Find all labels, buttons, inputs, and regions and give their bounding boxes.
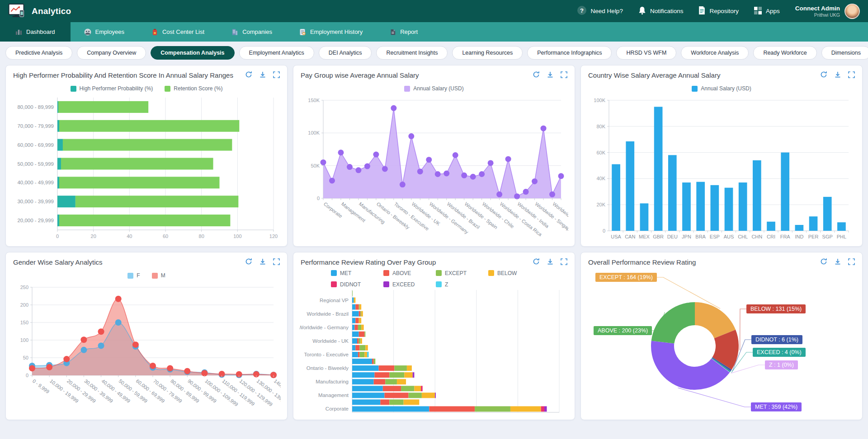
legend-item[interactable]: Annual Salary (USD) — [404, 85, 463, 92]
svg-text:40,000 - 49,999: 40,000 - 49,999 — [17, 180, 54, 185]
pill-learning-resources[interactable]: Learning Resources — [452, 46, 523, 60]
legend-chip — [404, 86, 410, 92]
legend-item[interactable]: BELOW — [488, 270, 537, 276]
legend-item[interactable]: ABOVE — [383, 270, 432, 276]
app-logo-icon — [8, 4, 26, 19]
refresh-button[interactable] — [245, 71, 252, 79]
svg-text:100: 100 — [233, 234, 241, 239]
svg-text:Management: Management — [318, 392, 349, 398]
legend-label: EXCEED — [392, 281, 415, 288]
apps-button[interactable]: Apps — [754, 7, 780, 16]
nav-tab-employees[interactable]: Employees — [71, 22, 138, 42]
card-title: Performance Review Rating Over Pay Group — [301, 258, 436, 266]
card-high-performer-retention: High Performer Probability And Retention… — [5, 65, 288, 247]
legend-chip — [436, 281, 442, 287]
legend-label: Z — [445, 281, 448, 288]
legend-item[interactable]: EXCEED — [383, 281, 432, 288]
legend-item[interactable]: Z — [436, 281, 485, 288]
svg-text:DEU: DEU — [667, 234, 678, 239]
svg-text:?: ? — [580, 7, 584, 14]
legend-item[interactable]: MET — [331, 270, 380, 276]
svg-text:250: 250 — [20, 285, 28, 290]
fullscreen-button[interactable] — [848, 71, 855, 79]
card-pay-group-salary: Pay Group wise Average Annual Salary Ann… — [293, 65, 575, 247]
refresh-button[interactable] — [245, 258, 252, 266]
refresh-icon — [245, 258, 252, 266]
fullscreen-button[interactable] — [273, 258, 280, 266]
legend-chip — [692, 86, 698, 92]
svg-text:100K: 100K — [594, 98, 605, 103]
pill-performance-infographics[interactable]: Performance Infographics — [527, 46, 612, 60]
nav-tab-employment-history[interactable]: Employment History — [286, 22, 376, 42]
refresh-button[interactable] — [533, 258, 540, 266]
refresh-button[interactable] — [820, 258, 827, 266]
card-overall-rating: Overall Performance Review Rating EXCEPT… — [580, 252, 863, 420]
legend-item[interactable]: High Performer Probability (%) — [71, 85, 153, 92]
fullscreen-icon — [561, 71, 567, 79]
refresh-button[interactable] — [533, 71, 540, 79]
svg-text:CAN: CAN — [625, 234, 635, 239]
apps-grid-icon — [754, 7, 762, 16]
pill-ready-workforce[interactable]: Ready Workforce — [753, 46, 816, 60]
chart-legend: Annual Salary (USD) — [300, 81, 568, 96]
refresh-button[interactable] — [820, 71, 827, 79]
download-button[interactable] — [547, 258, 554, 266]
pill-hrsd-vs-wfm[interactable]: HRSD VS WFM — [616, 46, 676, 60]
download-button[interactable] — [259, 71, 266, 79]
fullscreen-icon — [561, 258, 567, 266]
pill-dei-analytics[interactable]: DEI Analytics — [319, 46, 372, 60]
nav-tab-companies[interactable]: Companies — [218, 22, 286, 42]
donut-label-met: MET : 359 (42%) — [751, 402, 802, 411]
svg-text:GBR: GBR — [653, 234, 664, 239]
svg-text:Worldwide - Germany: Worldwide - Germany — [300, 325, 349, 330]
cost-center-icon — [151, 28, 158, 36]
notifications-button[interactable]: Notifications — [638, 6, 684, 16]
need-help-button[interactable]: ? Need Help? — [577, 5, 623, 17]
legend-item[interactable]: Retention Score (%) — [165, 85, 222, 92]
nav-tab-label: Dashboard — [26, 28, 55, 35]
nav-tab-cost-center-list[interactable]: Cost Center List — [138, 22, 218, 42]
svg-text:20: 20 — [91, 234, 96, 239]
legend-chip — [127, 273, 133, 279]
nav-tab-report[interactable]: Report — [376, 22, 431, 42]
legend-item[interactable]: DIDNOT — [331, 281, 380, 288]
svg-text:0: 0 — [317, 196, 320, 201]
employees-icon — [84, 28, 91, 36]
user-menu[interactable]: Connect Admin Prithwi UKG — [795, 4, 860, 19]
legend-chip — [331, 270, 337, 276]
legend-item[interactable]: F — [127, 272, 140, 279]
download-button[interactable] — [547, 71, 554, 79]
legend-item[interactable]: EXCEPT — [436, 270, 485, 276]
svg-text:150K: 150K — [308, 98, 320, 103]
pill-predictive-analysis[interactable]: Predictive Analysis — [5, 46, 72, 60]
svg-text:40: 40 — [127, 234, 132, 239]
svg-text:80,000 - 89,999: 80,000 - 89,999 — [17, 104, 54, 110]
pill-company-overview[interactable]: Company Overview — [77, 46, 146, 60]
avatar[interactable] — [844, 4, 860, 19]
refresh-icon — [820, 71, 827, 79]
fullscreen-button[interactable] — [561, 71, 567, 79]
download-button[interactable] — [834, 71, 841, 79]
legend-item[interactable]: M — [152, 272, 165, 279]
pill-workforce-analysis[interactable]: Workforce Analysis — [681, 46, 749, 60]
pill-recruitment-insights[interactable]: Recruitment Insights — [376, 46, 448, 60]
pill-compensation-analysis[interactable]: Compensation Analysis — [151, 46, 234, 60]
pill-employment-analytics[interactable]: Employment Analytics — [239, 46, 314, 60]
pill-dimensions[interactable]: Dimensions — [821, 46, 868, 60]
download-button[interactable] — [259, 258, 266, 266]
fullscreen-icon — [848, 258, 855, 266]
svg-text:80: 80 — [199, 234, 204, 239]
card-country-salary: Country Wise Salary Average Annual Salar… — [580, 65, 863, 247]
svg-text:20K: 20K — [596, 202, 605, 207]
chart-legend: High Performer Probability (%)Retention … — [12, 81, 281, 96]
svg-text:40K: 40K — [596, 176, 605, 181]
fullscreen-button[interactable] — [561, 258, 567, 266]
download-button[interactable] — [834, 258, 841, 266]
repository-button[interactable]: Repository — [698, 6, 739, 16]
fullscreen-button[interactable] — [273, 71, 280, 79]
nav-tab-dashboard[interactable]: Dashboard — [0, 22, 71, 42]
legend-item[interactable]: Annual Salary (USD) — [692, 85, 751, 92]
legend-chip — [152, 273, 158, 279]
fullscreen-button[interactable] — [848, 258, 855, 266]
svg-text:60,000 - 69,999: 60,000 - 69,999 — [17, 142, 54, 148]
